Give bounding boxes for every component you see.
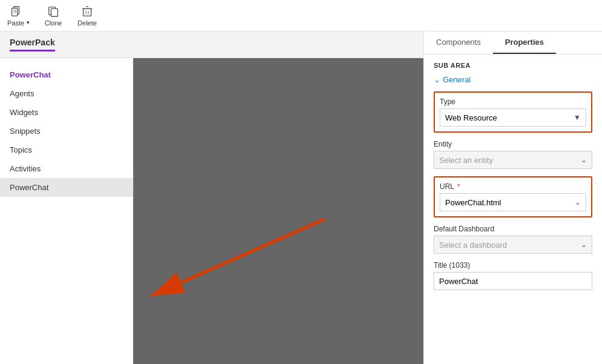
delete-icon (81, 5, 94, 18)
tab-properties[interactable]: Properties (493, 31, 556, 54)
tabs-header: Components Properties (424, 31, 602, 55)
delete-button[interactable]: Delete (75, 5, 99, 27)
entity-select-arrow: ⌄ (581, 156, 587, 164)
nav-item-topics[interactable]: Topics (0, 141, 133, 159)
right-panel: Components Properties SUB AREA ⌄ General… (424, 31, 602, 364)
gray-area (133, 58, 423, 364)
title-field-group: Title (1033) (434, 261, 592, 290)
type-select-arrow: ▼ (574, 113, 581, 122)
url-required-marker: * (457, 182, 460, 191)
svg-rect-5 (51, 8, 58, 16)
nav-item-agents[interactable]: Agents (0, 84, 133, 103)
paste-button[interactable]: Paste ▼ (7, 5, 31, 27)
toolbar: Paste ▼ Clone Delete (0, 0, 602, 31)
dashboard-field-group: Default Dashboard Select a dashboard ⌄ (434, 225, 592, 254)
properties-content: SUB AREA ⌄ General Type Web Resource ▼ E… (424, 55, 602, 305)
left-panel-body: PowerChat Agents Widgets Snippets Topics… (0, 58, 423, 364)
svg-rect-6 (84, 8, 91, 16)
url-field-group: URL * PowerChat.html ⌄ (434, 176, 592, 217)
entity-label: Entity (434, 140, 592, 148)
entity-field-group: Entity Select an entity ⌄ (434, 140, 592, 169)
nav-tree: PowerChat Agents Widgets Snippets Topics… (0, 58, 133, 364)
dashboard-select[interactable]: Select a dashboard ⌄ (434, 236, 592, 254)
nav-item-snippets[interactable]: Snippets (0, 122, 133, 141)
section-title: SUB AREA (434, 62, 592, 69)
left-panel: PowerPack PowerChat Agents Widgets Snipp… (0, 31, 424, 364)
url-label: URL * (440, 182, 586, 191)
dashboard-label: Default Dashboard (434, 225, 592, 233)
tab-components[interactable]: Components (424, 31, 493, 54)
nav-item-widgets[interactable]: Widgets (0, 103, 133, 122)
dashboard-select-arrow: ⌄ (581, 240, 587, 249)
type-select[interactable]: Web Resource ▼ (440, 108, 586, 127)
clone-icon (47, 5, 60, 18)
clone-button[interactable]: Clone (41, 5, 65, 27)
paste-icon (9, 5, 22, 18)
nav-item-activities[interactable]: Activities (0, 159, 133, 178)
url-select-arrow: ⌄ (575, 198, 581, 207)
main-content: PowerPack PowerChat Agents Widgets Snipp… (0, 31, 602, 364)
nav-item-powerchat-selected[interactable]: PowerChat (0, 178, 133, 197)
url-select[interactable]: PowerChat.html ⌄ (440, 193, 586, 211)
general-section[interactable]: ⌄ General (434, 75, 592, 84)
entity-select[interactable]: Select an entity ⌄ (434, 151, 592, 169)
left-panel-title: PowerPack (0, 31, 423, 58)
chevron-down-icon: ⌄ (434, 75, 440, 84)
title-input[interactable] (434, 272, 592, 290)
type-field-group: Type Web Resource ▼ (434, 91, 592, 133)
paste-dropdown-arrow: ▼ (25, 20, 30, 25)
title-label: Title (1033) (434, 261, 592, 270)
type-label: Type (440, 98, 586, 106)
nav-item-powerchat-top[interactable]: PowerChat (0, 65, 133, 84)
